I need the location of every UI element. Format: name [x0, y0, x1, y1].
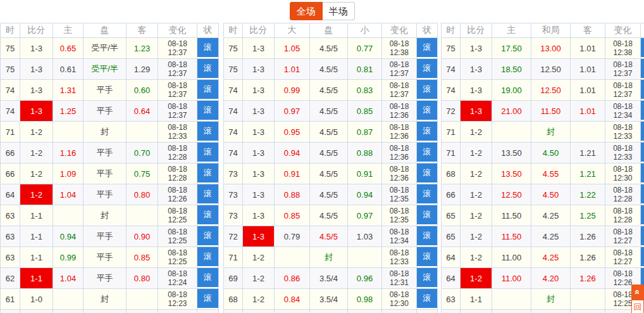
status-cell: 滚: [417, 59, 438, 80]
change-clock: 12:30: [382, 299, 416, 308]
minute-cell: 62: [1, 268, 20, 289]
change-time-cell: 08-1812:37: [158, 101, 197, 122]
score-cell: 1-3: [243, 205, 275, 226]
roll-live-button[interactable]: 滚: [197, 143, 218, 162]
minute-cell: 65: [442, 226, 461, 247]
column-header: 比分: [461, 23, 492, 38]
roll-live-button[interactable]: 滚: [641, 122, 644, 141]
status-cell: 滚: [417, 205, 438, 226]
change-clock: 12:38: [382, 48, 416, 57]
roll-live-button[interactable]: 滚: [417, 59, 437, 78]
odds-cell-2: 0.80: [127, 268, 158, 289]
roll-live-button[interactable]: 滚: [417, 101, 437, 120]
odds-cell-1: 11.00: [492, 247, 531, 268]
roll-live-button[interactable]: 滚: [641, 205, 644, 224]
change-clock: 12:33: [382, 257, 416, 266]
score-cell: 1-3: [20, 80, 53, 101]
odds-cell-2: 1.01: [571, 80, 605, 101]
roll-live-button[interactable]: 滚: [197, 184, 218, 203]
roll-live-button[interactable]: 滚: [417, 122, 437, 141]
roll-live-button[interactable]: 滚: [641, 163, 644, 182]
table-row: 641-211.004.251.2608-1812:27滚: [442, 247, 644, 268]
table-row: 711-2封08-1812:33滚: [224, 247, 438, 268]
roll-live-button[interactable]: 滚: [417, 268, 437, 287]
roll-live-button[interactable]: 滚: [417, 226, 437, 245]
line-cell: 封: [531, 122, 571, 143]
table-row: 691-20.863.5/40.9608-1812:31滚: [224, 268, 438, 289]
roll-live-button[interactable]: 滚: [641, 247, 644, 266]
roll-live-button[interactable]: 滚: [417, 38, 437, 57]
column-header: 小: [348, 23, 382, 38]
change-date: 08-18: [605, 165, 640, 174]
roll-live-button[interactable]: 滚: [417, 163, 437, 182]
column-header: 变化: [382, 23, 417, 38]
roll-live-button[interactable]: 滚: [417, 289, 437, 308]
roll-live-button[interactable]: 滚: [641, 59, 644, 78]
status-cell: 滚: [417, 184, 438, 205]
roll-live-button[interactable]: 滚: [641, 184, 644, 203]
empty-cell: [417, 310, 438, 313]
roll-live-button[interactable]: 滚: [197, 247, 218, 266]
roll-live-button[interactable]: 滚: [417, 143, 437, 162]
roll-live-button[interactable]: 滚: [417, 247, 437, 266]
change-date: 08-18: [158, 290, 197, 299]
roll-live-button[interactable]: 滚: [197, 59, 218, 78]
change-clock: 12:25: [158, 215, 197, 224]
score-cell: 1-3: [243, 38, 275, 59]
odds-cell-2: [127, 205, 158, 226]
roll-live-button[interactable]: 滚: [417, 184, 437, 203]
roll-live-button[interactable]: 滚: [641, 101, 644, 120]
tab-full-match[interactable]: 全场: [290, 2, 323, 20]
minute-cell: 64: [442, 247, 461, 268]
roll-live-button[interactable]: 滚: [417, 205, 437, 224]
odds-cell-1: 11.00: [492, 268, 531, 289]
period-tabs: 全场 半场: [0, 2, 644, 20]
roll-live-button[interactable]: 滚: [197, 268, 218, 287]
roll-live-button[interactable]: 滚: [641, 80, 644, 99]
odds-cell-1: 1.09: [53, 163, 84, 184]
table-row: 741-31.31平手0.6008-1812:37滚: [1, 80, 219, 101]
minute-cell: 71: [224, 247, 243, 268]
tab-half-match[interactable]: 半场: [323, 2, 355, 20]
minute-cell: 63: [1, 205, 20, 226]
roll-live-button[interactable]: 滚: [641, 143, 644, 162]
score-cell: 1-3: [461, 101, 492, 122]
odds-cell-2: 0.64: [127, 101, 158, 122]
roll-live-button[interactable]: 滚: [197, 122, 218, 141]
roll-live-button[interactable]: 滚: [197, 80, 218, 99]
table-row: [1, 310, 219, 313]
roll-live-button[interactable]: 滚: [197, 38, 218, 57]
empty-cell: [348, 310, 382, 313]
change-clock: 12:26: [158, 195, 197, 203]
change-date: 08-18: [158, 186, 197, 195]
change-time-cell: 08-1812:25: [158, 247, 197, 268]
table-row: [442, 310, 644, 313]
change-time-cell: 08-1812:26: [158, 184, 197, 205]
table-row: 661-21.16平手0.7008-1812:28滚: [1, 143, 219, 163]
status-cell: 滚: [641, 38, 644, 59]
roll-live-button[interactable]: 滚: [197, 226, 218, 245]
roll-live-button[interactable]: 滚: [197, 205, 218, 224]
roll-live-button[interactable]: 滚: [197, 163, 218, 182]
table-row: 711-2封08-1812:33滚: [1, 122, 219, 143]
roll-live-button[interactable]: 滚: [417, 80, 437, 99]
odds-cell-1: 1.04: [53, 268, 84, 289]
minute-cell: 75: [224, 59, 243, 80]
odds-cell-2: 0.70: [127, 143, 158, 163]
roll-live-button[interactable]: 滚: [641, 38, 644, 57]
roll-live-button[interactable]: 滚: [641, 226, 644, 245]
change-clock: 12:34: [382, 236, 416, 245]
roll-live-button[interactable]: 滚: [197, 101, 218, 120]
table-row: 751-317.5013.001.0108-1812:38滚: [442, 38, 644, 59]
scroll-top-button[interactable]: «: [631, 284, 644, 300]
score-cell: 1-2: [461, 205, 492, 226]
back-button[interactable]: 回: [631, 300, 644, 313]
table-row: 631-10.99平手0.8508-1812:25滚: [1, 247, 219, 268]
minute-cell: 66: [1, 143, 20, 163]
minute-cell: 64: [442, 268, 461, 289]
odds-cell-2: 1.22: [571, 184, 605, 205]
change-time-cell: 08-1812:34: [382, 226, 417, 247]
column-header: 主: [492, 23, 531, 38]
roll-live-button[interactable]: 滚: [197, 289, 218, 308]
status-cell: 滚: [417, 101, 438, 122]
